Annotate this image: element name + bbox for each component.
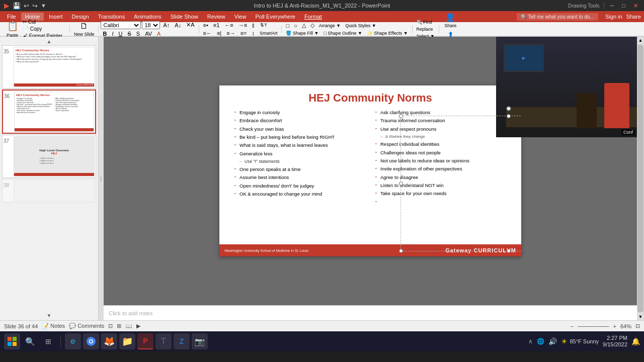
maximize-btn[interactable]: □ <box>620 3 627 9</box>
powerpoint-taskbar-btn[interactable]: P <box>137 333 153 349</box>
menu-format[interactable]: Format <box>300 13 326 21</box>
scroll-up-btn[interactable]: ▲ <box>2 39 96 44</box>
scroll-thumb[interactable] <box>637 45 643 312</box>
tray-overflow[interactable]: ∧ <box>528 338 533 345</box>
numbering-btn[interactable]: ≡1 <box>211 22 222 29</box>
bullets-btn[interactable]: ≡• <box>201 22 210 29</box>
fit-window-btn[interactable]: ⊡ <box>635 323 640 329</box>
slide-view-presentation[interactable]: ▶ <box>136 323 140 329</box>
text-direction-btn[interactable]: ⇅T <box>258 22 269 29</box>
scroll-down[interactable]: ▼ <box>637 313 644 320</box>
comments-icon[interactable]: 💬 Comments <box>69 323 104 329</box>
align-left-btn[interactable]: ≡← <box>201 30 214 37</box>
decrease-font-btn[interactable]: A↓ <box>173 22 183 29</box>
col-btn[interactable]: ⫿ <box>250 22 257 29</box>
scroll-up[interactable]: ▲ <box>637 37 644 44</box>
menu-view[interactable]: View <box>230 13 251 21</box>
char-spacing-btn[interactable]: AV <box>143 30 154 37</box>
camera-btn[interactable]: 📷 <box>192 333 208 349</box>
shape-effects-btn[interactable]: ✨ Shape Effects ▼ <box>365 30 410 36</box>
shape-outline-btn[interactable]: □ Shape Outline ▼ <box>321 30 364 36</box>
zoom-out-btn[interactable]: − <box>571 323 574 329</box>
taskview-btn[interactable]: ⊞ <box>40 333 56 349</box>
firefox-btn[interactable]: 🦊 <box>101 333 117 349</box>
quick-save[interactable]: 💾 <box>13 2 21 10</box>
new-slide-btn[interactable]: 🗋 New Slide <box>72 21 97 37</box>
notification-btn[interactable]: 🔔 <box>631 337 640 345</box>
italic-btn[interactable]: I <box>110 30 115 37</box>
slide-view-normal[interactable]: ⊡ <box>108 323 113 329</box>
scroll-down-btn[interactable]: ▼ <box>2 313 96 318</box>
arrange-btn[interactable]: Arrange ▼ <box>317 22 343 29</box>
minimize-btn[interactable]: ─ <box>608 3 616 9</box>
paste-btn[interactable]: 📋 Paste <box>5 20 20 38</box>
cut-btn[interactable]: ✂ Cut <box>21 19 64 25</box>
menu-transitions[interactable]: Transitions <box>94 13 129 21</box>
zoom-in-btn[interactable]: + <box>613 323 616 329</box>
search-box[interactable]: 🔍 Tell me what you want to do... <box>517 13 598 21</box>
shape2[interactable]: ○ <box>292 22 299 29</box>
volume-icon[interactable]: 🔊 <box>548 337 557 345</box>
edge-btn[interactable]: e <box>65 333 81 349</box>
notes-icon[interactable]: 📝 Notes <box>42 323 65 329</box>
menu-design[interactable]: Design <box>68 13 93 21</box>
menu-poll[interactable]: Poll Everywhere <box>251 13 299 21</box>
right-scrollbar[interactable]: ▲ ▼ <box>637 37 644 320</box>
align-center-btn[interactable]: ≡| <box>215 30 223 37</box>
shape3[interactable]: △ <box>300 22 308 29</box>
replace-btn[interactable]: Replace <box>415 26 437 32</box>
menu-bar: File Home Insert Design Transitions Anim… <box>0 11 644 22</box>
files-btn[interactable]: 📁 <box>119 333 135 349</box>
clear-format-btn[interactable]: ✕A <box>184 21 196 29</box>
quick-undo[interactable]: ↩ <box>24 2 29 10</box>
slide-thumb-38[interactable]: 38 <box>2 179 96 202</box>
slide-view-reading[interactable]: 📖 <box>125 323 132 329</box>
signin-btn[interactable]: Sign in <box>605 14 622 20</box>
slide-thumb-37[interactable]: 37 High Level Overview HEJ • bullet text… <box>2 135 96 178</box>
line-spacing-btn[interactable]: ↕ <box>250 30 257 37</box>
weather-widget[interactable]: ☀ 85°F Sunny <box>561 337 599 345</box>
indent-inc-btn[interactable]: →≡ <box>236 22 249 29</box>
slide-thumb-36[interactable]: 36 HEJ Community Norms • Engage in curio… <box>2 89 96 134</box>
start-btn[interactable] <box>4 333 20 349</box>
zoom-slider[interactable]: ──────── <box>578 323 609 329</box>
find-btn[interactable]: 🔍 Find <box>415 19 437 25</box>
shadow-btn[interactable]: S <box>134 30 142 37</box>
shape-fill-btn[interactable]: 🪣 Shape Fill ▼ <box>284 30 320 36</box>
teams-btn[interactable]: T <box>155 333 172 349</box>
menu-slideshow[interactable]: Slide Show <box>167 13 202 21</box>
close-btn[interactable]: ✕ <box>631 3 640 9</box>
strikethrough-btn[interactable]: S <box>125 30 133 37</box>
chrome-btn[interactable] <box>83 333 99 349</box>
shape1[interactable]: □ <box>284 22 291 29</box>
zoom-taskbar-btn[interactable]: Z <box>174 333 190 349</box>
font-size-select[interactable]: 18 <box>142 21 160 29</box>
bold-btn[interactable]: B <box>101 30 109 37</box>
increase-font-btn[interactable]: A↑ <box>161 22 172 29</box>
quick-styles-btn[interactable]: Quick Styles ▼ <box>343 22 378 29</box>
share-icon-btn[interactable]: 👤 Share <box>441 12 460 29</box>
quick-redo[interactable]: ↪ <box>32 2 38 10</box>
clock[interactable]: 2:27 PM 9/15/2022 <box>603 335 627 348</box>
align-right-btn[interactable]: ≡→ <box>224 30 237 37</box>
slide-thumb-35[interactable]: 35 HEJ Community Norms • At your table, … <box>2 45 96 88</box>
main-slide[interactable]: HEJ Community Norms Engage in curiosityE… <box>219 85 521 256</box>
indent-dec-btn[interactable]: ←≡ <box>222 22 235 29</box>
smartart-btn[interactable]: SmartArt <box>258 30 280 37</box>
copy-btn[interactable]: 📄 Copy <box>21 26 64 32</box>
font-color-btn[interactable]: A <box>155 30 163 37</box>
panel-scroll[interactable]: │ <box>99 37 104 320</box>
menu-animations[interactable]: Animations <box>130 13 165 21</box>
notes-bar[interactable]: Click to add notes <box>104 305 637 320</box>
share-btn[interactable]: Share <box>626 14 641 20</box>
quick-customize[interactable]: ▼ <box>41 3 46 9</box>
underline-btn[interactable]: U <box>116 30 124 37</box>
network-icon[interactable]: 🌐 <box>537 338 544 345</box>
font-family-select[interactable]: Calibri <box>101 21 141 29</box>
shape4[interactable]: ◇ <box>308 22 316 29</box>
zoom-level[interactable]: 64% <box>620 323 631 329</box>
search-taskbar[interactable]: 🔍 <box>22 333 38 349</box>
menu-review[interactable]: Review <box>203 13 229 21</box>
slide-view-outline[interactable]: ⊞ <box>117 323 121 329</box>
justify-btn[interactable]: ≡= <box>238 30 249 37</box>
